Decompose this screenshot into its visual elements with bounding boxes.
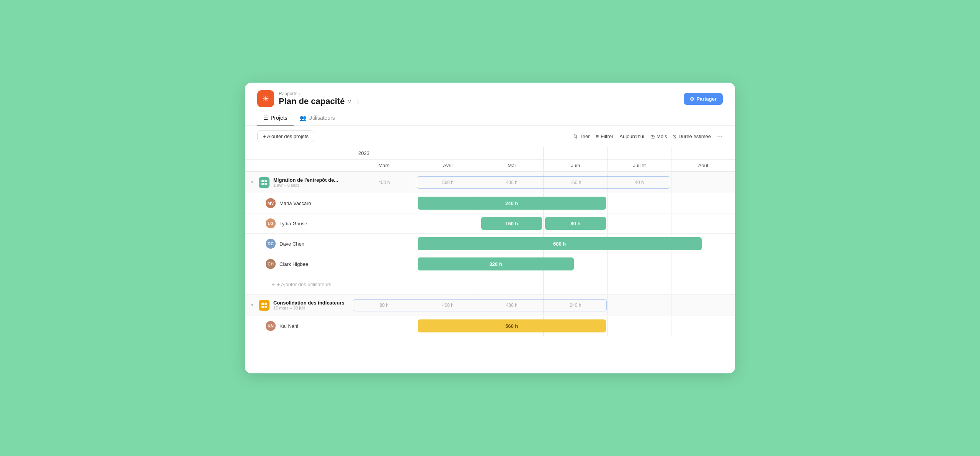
user-gantt-dave: 680 h	[352, 234, 735, 254]
svg-rect-0	[261, 180, 264, 182]
svg-rect-4	[261, 303, 264, 305]
sort-button[interactable]: ⇅ Trier	[573, 134, 590, 139]
svg-rect-2	[261, 183, 264, 185]
month-label: Mois	[657, 134, 667, 139]
title-section: Rapports › Plan de capacité ∨ ☆	[279, 91, 360, 106]
project-gantt-p1: 400 h 560 h 400 h 160 h 40 h	[352, 173, 735, 192]
year-cell-empty-5	[671, 147, 735, 159]
breadcrumb-link[interactable]: Rapports	[279, 91, 297, 96]
add-user-plus-icon: +	[272, 282, 275, 287]
avatar-maria: MV	[266, 198, 276, 208]
month-mai: Mai	[480, 160, 544, 171]
avatar-dave: DC	[266, 239, 276, 249]
tab-projets[interactable]: ☰ Projets	[257, 111, 294, 125]
month-header: Mars Avril Mai Juin Juillet Août	[245, 160, 735, 172]
clock-icon: ◷	[650, 134, 655, 139]
project-outline-bar-p1	[417, 176, 671, 189]
svg-rect-6	[261, 306, 264, 308]
project-dates-p1: 1 avr – 8 sept	[273, 183, 338, 187]
project-title-p1: Migration de l'entrepôt de...	[273, 177, 338, 183]
add-user-label-p1: + + Ajouter des utilisateurs	[245, 278, 352, 290]
month-mars: Mars	[352, 160, 416, 171]
duration-icon: ⧖	[673, 134, 676, 140]
today-label: Aujourd'hui	[619, 134, 644, 139]
add-user-gantt	[352, 274, 735, 294]
filter-icon: ≡	[596, 134, 599, 139]
avatar-lydia: LG	[266, 218, 276, 228]
project-collapse-p2[interactable]: ▾	[251, 303, 253, 308]
sort-label: Trier	[580, 134, 590, 139]
bar-kai: 560 h	[418, 319, 606, 332]
year-cell-empty-4	[607, 147, 671, 159]
project-icon-p2	[259, 300, 270, 311]
svg-rect-1	[265, 180, 267, 182]
month-aout: Août	[671, 160, 735, 171]
project-row-p1: ▾ Migration de l'entrepôt de... 1 avr – …	[245, 172, 735, 193]
share-button[interactable]: ⊕ Partager	[684, 93, 723, 105]
month-label-cell	[245, 160, 352, 171]
add-user-text: + Ajouter des utilisateurs	[277, 282, 332, 287]
svg-rect-7	[265, 306, 267, 308]
bar-dave: 680 h	[418, 237, 702, 250]
year-cell-empty-3	[543, 147, 607, 159]
project-gantt-p2: 80 h 400 h 480 h 240 h	[352, 295, 735, 315]
year-cell-empty-2	[480, 147, 544, 159]
project-outline-bar-p2	[353, 299, 607, 311]
breadcrumb-left: ☀ Rapports › Plan de capacité ∨ ☆	[257, 90, 360, 107]
filter-button[interactable]: ≡ Filtrer	[596, 134, 614, 139]
user-label-clark: CH Clark Higbee	[245, 256, 352, 272]
tab-utilisateurs[interactable]: 👥 Utilisateurs	[294, 111, 341, 125]
user-gantt-kai: 560 h	[352, 316, 735, 336]
toolbar: + Ajouter des projets ⇅ Trier ≡ Filtrer …	[245, 126, 735, 147]
favorite-icon[interactable]: ☆	[354, 98, 360, 105]
gantt-inner: 2023 Mars Avril Mai Juin Juillet Aoû	[245, 147, 735, 336]
gantt-chart: 2023 Mars Avril Mai Juin Juillet Aoû	[245, 147, 735, 373]
add-user-row-p1: + + Ajouter des utilisateurs	[245, 274, 735, 295]
user-label-dave: DC Dave Chen	[245, 236, 352, 252]
app-icon: ☀	[257, 90, 274, 107]
add-user-button-p1[interactable]: + + Ajouter des utilisateurs	[266, 282, 332, 287]
month-juin: Juin	[543, 160, 607, 171]
header: ☀ Rapports › Plan de capacité ∨ ☆ ⊕ Par	[245, 83, 735, 126]
more-button[interactable]: ···	[717, 132, 723, 140]
user-row-maria: MV Maria Vaccaro 240 h	[245, 193, 735, 213]
user-gantt-clark: 320 h	[352, 254, 735, 274]
project-icon-p1	[259, 177, 270, 188]
today-button[interactable]: Aujourd'hui	[619, 134, 644, 139]
user-label-kai: KN Kai Nani	[245, 318, 352, 334]
share-icon: ⊕	[690, 96, 694, 102]
month-button[interactable]: ◷ Mois	[650, 134, 667, 139]
title-dropdown-icon[interactable]: ∨	[348, 98, 351, 104]
hours-mars-p1: 400 h	[352, 180, 416, 185]
main-window: ☀ Rapports › Plan de capacité ∨ ☆ ⊕ Par	[245, 83, 735, 373]
page-title-row: Plan de capacité ∨ ☆	[279, 96, 360, 106]
year-cell: 2023	[352, 147, 416, 159]
user-row-clark: CH Clark Higbee 320 h	[245, 254, 735, 274]
col-grid-add	[352, 274, 735, 294]
bar-clark: 320 h	[418, 257, 574, 270]
year-label-cell	[245, 147, 352, 159]
duration-button[interactable]: ⧖ Durée estimée	[673, 134, 711, 140]
duration-label: Durée estimée	[678, 134, 711, 139]
user-row-lydia: LG Lydia Gouse 160 h 80 h	[245, 213, 735, 234]
user-label-lydia: LG Lydia Gouse	[245, 215, 352, 231]
tab-utilisateurs-icon: 👥	[300, 115, 306, 121]
tabs-row: ☰ Projets 👥 Utilisateurs	[257, 111, 723, 125]
user-name-dave: Dave Chen	[279, 241, 304, 247]
add-projects-button[interactable]: + Ajouter des projets	[257, 130, 314, 142]
col-grid-lydia	[352, 213, 735, 233]
project-row-p2: ▾ Consolidation des indicateurs 15 mars …	[245, 295, 735, 316]
share-label: Partager	[696, 96, 717, 102]
project-dates-p2: 15 mars – 30 juill	[273, 306, 345, 310]
project-info-p2: Consolidation des indicateurs 15 mars – …	[273, 300, 345, 310]
page-title: Plan de capacité	[279, 96, 345, 106]
project-collapse-p1[interactable]: ▾	[251, 180, 253, 185]
tab-projets-label: Projets	[271, 115, 287, 121]
breadcrumb-arrow: ›	[299, 91, 301, 96]
month-juillet: Juillet	[607, 160, 671, 171]
add-projects-label: + Ajouter des projets	[263, 134, 309, 139]
tab-utilisateurs-label: Utilisateurs	[309, 115, 335, 121]
project-info-p1: Migration de l'entrepôt de... 1 avr – 8 …	[273, 177, 338, 187]
user-name-lydia: Lydia Gouse	[279, 221, 307, 226]
user-gantt-lydia: 160 h 80 h	[352, 213, 735, 233]
